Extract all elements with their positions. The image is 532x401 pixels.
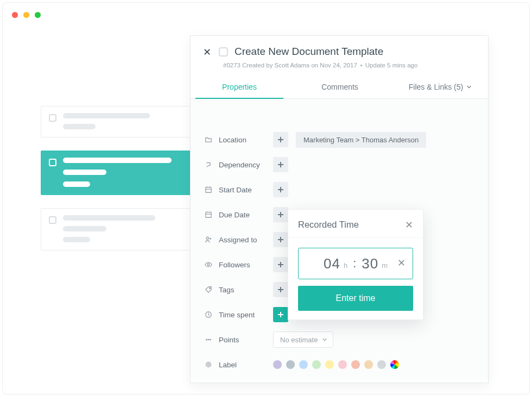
points-label: Points bbox=[219, 336, 268, 344]
calendar-icon bbox=[204, 211, 213, 218]
label-icon bbox=[204, 361, 213, 368]
label-color-option[interactable] bbox=[390, 360, 399, 369]
svg-rect-0 bbox=[206, 187, 212, 193]
clock-icon bbox=[204, 311, 213, 318]
add-dependency-button[interactable] bbox=[273, 157, 288, 172]
tags-label: Tags bbox=[219, 286, 268, 294]
time-input[interactable]: 04 h : 30 m bbox=[298, 248, 413, 279]
svg-point-8 bbox=[210, 339, 211, 340]
app-window: •••• •••• bbox=[2, 2, 530, 394]
hours-unit: h bbox=[344, 261, 347, 270]
row-points: Points No estimate bbox=[204, 327, 475, 352]
task-complete-checkbox[interactable] bbox=[219, 47, 228, 57]
close-icon[interactable] bbox=[406, 221, 414, 229]
svg-point-3 bbox=[207, 264, 210, 266]
close-icon[interactable] bbox=[201, 46, 212, 57]
due-date-label: Due Date bbox=[219, 211, 268, 219]
add-time-button[interactable] bbox=[273, 307, 288, 322]
add-assignee-button[interactable] bbox=[273, 232, 288, 247]
label-color-option[interactable] bbox=[312, 360, 321, 369]
points-value: No estimate bbox=[280, 336, 318, 344]
tab-properties[interactable]: Properties bbox=[191, 76, 288, 98]
label-color-picker bbox=[273, 360, 403, 369]
chevron-down-icon bbox=[322, 337, 327, 342]
add-tag-button[interactable] bbox=[273, 282, 288, 297]
popover-title: Recorded Time bbox=[298, 220, 359, 230]
row-location: Location Marketing Team > Thomas Anderso… bbox=[204, 127, 475, 152]
dependency-icon bbox=[204, 161, 213, 168]
tag-icon bbox=[204, 286, 213, 293]
label-color-option[interactable] bbox=[325, 360, 334, 369]
points-icon bbox=[204, 336, 213, 343]
tab-comments[interactable]: Comments bbox=[288, 76, 391, 98]
location-label: Location bbox=[219, 136, 268, 144]
dependency-label: Dependency bbox=[219, 161, 268, 169]
task-checkbox[interactable] bbox=[49, 114, 56, 122]
chevron-down-icon bbox=[466, 84, 472, 90]
svg-point-6 bbox=[206, 339, 207, 340]
task-checkbox[interactable] bbox=[49, 216, 56, 224]
label-label: Label bbox=[219, 361, 268, 369]
svg-point-9 bbox=[206, 362, 211, 367]
enter-time-button[interactable]: Enter time bbox=[298, 286, 413, 311]
add-follower-button[interactable] bbox=[273, 257, 288, 272]
label-color-option[interactable] bbox=[273, 360, 282, 369]
svg-point-7 bbox=[208, 339, 209, 340]
minutes-value: 30 bbox=[362, 255, 378, 272]
add-due-date-button[interactable] bbox=[273, 207, 288, 222]
svg-point-4 bbox=[210, 288, 211, 289]
calendar-icon bbox=[204, 186, 213, 193]
svg-point-2 bbox=[206, 237, 208, 239]
assigned-label: Assigned to bbox=[219, 236, 268, 244]
row-dependency: Dependency bbox=[204, 152, 475, 177]
location-value[interactable]: Marketing Team > Thomas Anderson bbox=[296, 132, 426, 148]
panel-tabs: Properties Comments Files & Links (5) bbox=[191, 76, 488, 99]
panel-title: Create New Document Template bbox=[235, 46, 383, 58]
time-colon: : bbox=[353, 256, 356, 271]
minutes-unit: m bbox=[382, 261, 388, 270]
tab-files[interactable]: Files & Links (5) bbox=[391, 76, 489, 98]
panel-subtitle: #0273 Created by Scott Adams on Nov 24, … bbox=[191, 61, 488, 76]
label-color-option[interactable] bbox=[377, 360, 386, 369]
row-label: Label bbox=[204, 352, 475, 377]
window-close-dot[interactable] bbox=[12, 12, 18, 18]
label-color-option[interactable] bbox=[286, 360, 295, 369]
svg-point-10 bbox=[207, 364, 210, 366]
folder-icon bbox=[204, 136, 213, 143]
start-date-label: Start Date bbox=[219, 186, 268, 194]
label-color-option[interactable] bbox=[351, 360, 360, 369]
points-select[interactable]: No estimate bbox=[273, 331, 333, 348]
followers-label: Followers bbox=[219, 261, 268, 269]
person-icon bbox=[204, 236, 213, 243]
time-spent-label: Time spent bbox=[219, 311, 268, 319]
add-start-date-button[interactable] bbox=[273, 182, 288, 197]
hours-value: 04 bbox=[324, 255, 340, 272]
eye-icon bbox=[204, 261, 213, 268]
window-minimize-dot[interactable] bbox=[23, 12, 29, 18]
clear-time-icon[interactable] bbox=[398, 259, 405, 268]
label-color-option[interactable] bbox=[299, 360, 308, 369]
label-color-option[interactable] bbox=[338, 360, 347, 369]
svg-rect-1 bbox=[206, 212, 212, 218]
row-start-date: Start Date bbox=[204, 177, 475, 202]
window-zoom-dot[interactable] bbox=[35, 12, 41, 18]
recorded-time-popover: Recorded Time 04 h : 30 m Enter time bbox=[288, 209, 423, 320]
add-location-button[interactable] bbox=[273, 132, 288, 147]
label-color-option[interactable] bbox=[364, 360, 373, 369]
task-checkbox[interactable] bbox=[49, 159, 56, 166]
traffic-lights bbox=[12, 12, 41, 18]
tab-files-label: Files & Links (5) bbox=[409, 83, 463, 91]
